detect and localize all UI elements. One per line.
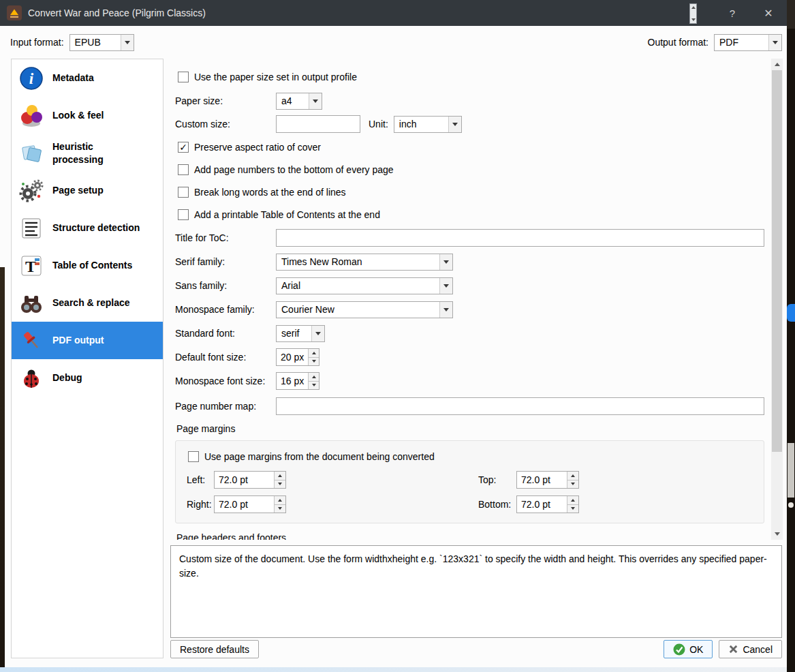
unit-combo[interactable]: inch [394, 116, 462, 133]
add-printable-toc-label: Add a printable Table of Contents at the… [194, 209, 380, 220]
heuristic-processing-icon [18, 140, 44, 166]
structure-detection-icon [18, 215, 44, 241]
spin-up-button[interactable] [275, 472, 285, 480]
margin-bottom-label: Bottom: [478, 499, 516, 510]
margin-left-value: 72.0 pt [215, 472, 274, 488]
sidebar-item-pdf-output[interactable]: PDF output [12, 322, 163, 359]
add-page-numbers-checkbox[interactable] [178, 164, 189, 175]
chevron-down-icon[interactable] [439, 254, 452, 270]
add-printable-toc-checkbox[interactable] [178, 209, 189, 220]
spin-down-button[interactable] [567, 480, 578, 489]
scroll-down-button[interactable] [771, 528, 783, 540]
sidebar-item-label: Look & feel [52, 109, 144, 121]
use-paper-size-label: Use the paper size set in output profile [194, 72, 357, 82]
sidebar-item-label: Structure detection [52, 222, 144, 234]
page-headers-footers-title: Page headers and footers [176, 532, 771, 540]
page-margins-title: Page margins [176, 423, 771, 436]
use-doc-margins-checkbox[interactable] [188, 451, 199, 462]
pdf-output-settings-panel: Use the paper size set in output profile… [170, 59, 783, 540]
restore-defaults-button[interactable]: Restore defaults [170, 640, 259, 658]
desktop-sliver-dot [788, 502, 794, 508]
svg-text:i: i [29, 70, 34, 87]
toc-title-input[interactable] [276, 229, 764, 247]
cancel-x-icon [728, 644, 738, 654]
spin-up-button[interactable] [309, 349, 319, 358]
custom-size-label: Custom size: [175, 119, 276, 129]
serif-family-combo[interactable]: Times New Roman [276, 254, 453, 271]
spin-up-button[interactable] [309, 373, 319, 382]
titlebar[interactable]: Convert War and Peace (Pilgrim Classics)… [0, 0, 787, 26]
sidebar-item-metadata[interactable]: i Metadata [12, 59, 163, 97]
input-format-label: Input format: [10, 37, 64, 48]
output-format-combo[interactable]: PDF [714, 34, 782, 51]
use-paper-size-checkbox[interactable] [178, 72, 189, 82]
chevron-down-icon[interactable] [311, 326, 324, 341]
input-format-value: EPUB [70, 35, 121, 50]
paper-size-combo[interactable]: a4 [276, 93, 322, 110]
chevron-down-icon[interactable] [439, 278, 452, 294]
monospace-font-size-spinner[interactable]: 16 px [276, 372, 319, 390]
ok-label: OK [689, 644, 703, 655]
break-long-words-checkbox[interactable] [178, 187, 189, 198]
desktop-sliver-right [787, 0, 795, 672]
spin-down-button[interactable] [309, 358, 319, 366]
sans-family-combo[interactable]: Arial [276, 277, 453, 294]
sidebar-item-label: Metadata [52, 72, 144, 84]
margin-left-spinner[interactable]: 72.0 pt [214, 471, 286, 489]
chevron-down-icon[interactable] [768, 35, 781, 50]
chevron-down-icon[interactable] [121, 35, 134, 50]
close-button[interactable]: ✕ [753, 0, 783, 26]
sidebar-item-table-of-contents[interactable]: T Table of Contents [12, 247, 163, 284]
page-number-map-input[interactable] [276, 397, 764, 415]
chevron-down-icon[interactable] [448, 117, 461, 132]
default-font-size-spinner[interactable]: 20 px [276, 348, 319, 366]
sidebar-item-label: Heuristic processing [52, 140, 144, 165]
spin-down-button[interactable] [275, 505, 285, 513]
margin-right-spinner[interactable]: 72.0 pt [214, 495, 286, 513]
preserve-aspect-checkbox[interactable] [178, 142, 189, 153]
spin-down-button[interactable] [309, 382, 319, 390]
cancel-button[interactable]: Cancel [719, 640, 782, 658]
scroll-up-button[interactable] [771, 59, 783, 70]
sidebar-item-search-replace[interactable]: Search & replace [12, 284, 163, 322]
vertical-scrollbar[interactable] [771, 59, 783, 540]
sidebar-item-label: Search & replace [52, 296, 144, 309]
desktop-sliver-blue-blob [787, 304, 795, 322]
chevron-down-icon[interactable] [309, 93, 322, 109]
spin-up-button[interactable] [567, 496, 578, 505]
monospace-font-size-value: 16 px [277, 373, 308, 389]
convert-dialog-window: Convert War and Peace (Pilgrim Classics)… [0, 0, 787, 672]
chevron-down-icon[interactable] [439, 302, 452, 318]
monospace-family-combo[interactable]: Courier New [276, 301, 453, 318]
sidebar-item-label: PDF output [52, 334, 144, 346]
standard-font-combo[interactable]: serif [276, 325, 325, 342]
monospace-family-value: Courier New [277, 302, 439, 318]
sidebar-item-label: Page setup [52, 184, 144, 196]
sidebar-item-structure-detection[interactable]: Structure detection [12, 209, 163, 247]
sidebar-item-look-feel[interactable]: Look & feel [12, 97, 163, 134]
debug-ladybug-icon [18, 365, 44, 391]
scrollbar-thumb[interactable] [772, 70, 782, 452]
spin-down-button[interactable] [275, 480, 285, 489]
dialog-footer: Restore defaults OK Cancel [170, 640, 782, 658]
sidebar-item-debug[interactable]: Debug [12, 359, 163, 397]
margin-bottom-spinner[interactable]: 72.0 pt [516, 495, 579, 513]
spin-down-button[interactable] [567, 505, 578, 513]
spin-up-button[interactable] [567, 472, 578, 480]
break-long-words-label: Break long words at the end of lines [194, 187, 346, 198]
spin-up-button[interactable] [275, 496, 285, 505]
standard-font-label: Standard font: [175, 328, 276, 339]
input-format-combo[interactable]: EPUB [69, 34, 134, 51]
window-title: Convert War and Peace (Pilgrim Classics) [28, 7, 206, 18]
help-button[interactable]: ? [717, 0, 747, 26]
sans-family-value: Arial [277, 278, 439, 294]
margin-top-spinner[interactable]: 72.0 pt [516, 471, 579, 489]
ok-button[interactable]: OK [664, 640, 713, 658]
option-help-text: Custom size of the document. Use the for… [170, 545, 782, 638]
titlebar-artifact [689, 3, 697, 24]
sidebar-item-page-setup[interactable]: Page setup [12, 172, 163, 209]
sidebar-item-label: Table of Contents [52, 259, 144, 271]
page-setup-gears-icon [18, 178, 44, 204]
custom-size-input[interactable] [276, 115, 360, 133]
sidebar-item-heuristic-processing[interactable]: Heuristic processing [12, 134, 163, 172]
